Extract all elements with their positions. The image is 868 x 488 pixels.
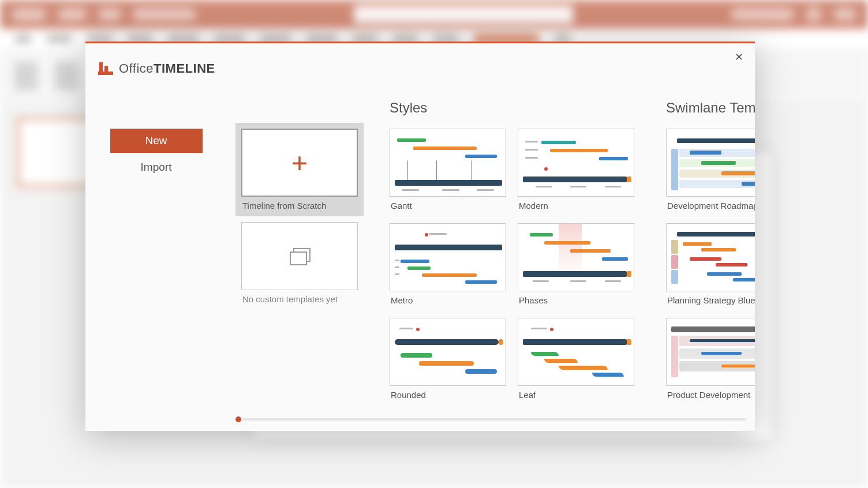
template-modern[interactable]: Modern <box>518 129 634 211</box>
empty-templates-icon <box>290 248 309 264</box>
template-label: Timeline from Scratch <box>241 197 358 211</box>
pp-title-bar <box>0 0 868 29</box>
template-label: Modern <box>518 197 634 211</box>
template-development-roadmap[interactable]: Development Roadmap <box>666 129 755 211</box>
brand-logo: OfficeTIMELINE <box>98 61 215 76</box>
template-label: Leaf <box>518 386 634 400</box>
swimlane-column: Swimlane Templates <box>666 94 755 431</box>
template-metro[interactable]: Metro <box>390 223 506 305</box>
template-label: Product Development <box>666 386 755 400</box>
pp-search-box <box>354 5 573 24</box>
brand-icon <box>98 61 113 76</box>
gallery-horizontal-scrollbar[interactable] <box>235 418 746 421</box>
template-product-development[interactable]: Product Development <box>666 318 755 400</box>
template-timeline-from-scratch[interactable]: + Timeline from Scratch <box>235 123 364 216</box>
template-label: Metro <box>390 291 506 305</box>
styles-title: Styles <box>390 100 634 116</box>
close-button[interactable]: ✕ <box>733 51 744 63</box>
template-gallery: Styles + Timeline from Scratch No custom… <box>227 94 755 431</box>
template-label: Planning Strategy Blue <box>666 291 755 305</box>
template-phases[interactable]: Phases <box>518 223 634 305</box>
template-no-custom[interactable]: No custom templates yet <box>241 222 358 304</box>
template-leaf[interactable]: Leaf <box>518 318 634 400</box>
template-label: No custom templates yet <box>241 290 358 304</box>
office-timeline-modal: ✕ OfficeTIMELINE New Import Styles + <box>85 42 755 431</box>
scratch-column: Styles + Timeline from Scratch No custom… <box>241 94 358 431</box>
template-label: Development Roadmap <box>666 197 755 211</box>
scrollbar-thumb[interactable] <box>235 416 241 422</box>
modal-sidebar: New Import <box>85 94 227 431</box>
plus-icon: + <box>291 147 308 179</box>
template-rounded[interactable]: Rounded <box>390 318 506 400</box>
new-button[interactable]: New <box>110 129 203 153</box>
template-planning-strategy-blue[interactable]: Planning Strategy Blue <box>666 223 755 305</box>
template-label: Rounded <box>390 386 506 400</box>
swimlane-title: Swimlane Templates <box>666 100 755 116</box>
modal-header: OfficeTIMELINE <box>85 43 755 94</box>
template-gantt[interactable]: Gantt <box>390 129 506 211</box>
close-icon: ✕ <box>735 51 743 63</box>
template-label: Phases <box>518 291 634 305</box>
import-button[interactable]: Import <box>141 161 172 174</box>
styles-column: Styles <box>390 94 634 431</box>
brand-text: OfficeTIMELINE <box>119 61 215 76</box>
template-label: Gantt <box>390 197 506 211</box>
